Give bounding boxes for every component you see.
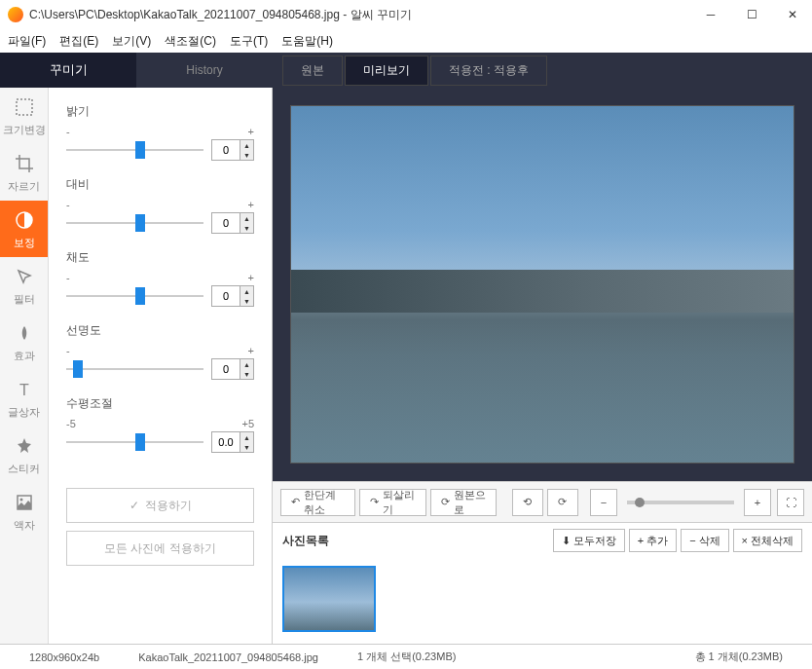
brightness-slider[interactable] (66, 141, 203, 159)
saturation-control: 채도 -+ ▲▼ (49, 245, 272, 311)
level-control: 수평조절 -5+5 ▲▼ (49, 391, 272, 457)
spinner-up-icon[interactable]: ▲ (240, 140, 253, 150)
apply-button[interactable]: ✓적용하기 (66, 488, 254, 523)
contrast-spinner[interactable]: ▲▼ (211, 212, 254, 234)
preview-toolbar: ↶한단계취소 ↷되살리기 ⟳원본으로 ⟲ ⟳ − + ⛶ (273, 481, 812, 522)
svg-text:T: T (19, 382, 29, 398)
level-spinner[interactable]: ▲▼ (211, 431, 254, 453)
fit-screen-button[interactable]: ⛶ (777, 489, 804, 516)
zoom-slider[interactable] (627, 501, 734, 504)
check-icon: ✓ (129, 499, 139, 512)
status-filename: KakaoTalk_20211007_094805468.jpg (119, 651, 338, 663)
menu-view[interactable]: 보기(V) (112, 33, 151, 50)
x-icon: × (742, 535, 748, 546)
tool-text[interactable]: T 글상자 (0, 370, 48, 427)
app-icon (8, 7, 23, 22)
status-selection: 1 개체 선택(0.23MB) (338, 650, 475, 664)
statusbar: 1280x960x24b KakaoTalk_20211007_09480546… (0, 644, 812, 669)
controls-panel: 밝기 -+ ▲▼ 대비 -+ ▲▼ 채도 -+ ▲▼ 선명도 -+ (49, 88, 273, 644)
remove-button[interactable]: −삭제 (681, 529, 728, 552)
tool-sticker[interactable]: 스티커 (0, 427, 48, 483)
thumbnail-item[interactable] (282, 566, 376, 632)
view-tab-before-after[interactable]: 적용전 : 적용후 (430, 56, 547, 86)
tab-history[interactable]: History (136, 53, 273, 88)
remove-all-button[interactable]: ×전체삭제 (733, 529, 802, 552)
image-viewer[interactable] (273, 88, 812, 481)
redo-icon: ↷ (370, 496, 379, 508)
tool-filter[interactable]: 필터 (0, 257, 48, 314)
apply-all-button[interactable]: 모든 사진에 적용하기 (66, 531, 254, 566)
menu-color[interactable]: 색조절(C) (165, 33, 216, 50)
frame-icon (13, 491, 36, 514)
sharpness-spinner[interactable]: ▲▼ (211, 358, 254, 380)
rotate-left-icon: ⟲ (523, 496, 532, 508)
menu-file[interactable]: 파일(F) (8, 33, 46, 50)
svg-rect-0 (17, 99, 32, 115)
redo-button[interactable]: ↷되살리기 (359, 489, 425, 516)
filmstrip (273, 558, 812, 644)
download-icon: ⬇ (562, 535, 571, 547)
tab-decorate[interactable]: 꾸미기 (0, 53, 136, 88)
close-button[interactable]: ✕ (781, 3, 804, 26)
brightness-control: 밝기 -+ ▲▼ (49, 99, 272, 165)
effect-icon (13, 321, 36, 345)
view-tab-preview[interactable]: 미리보기 (345, 56, 428, 86)
brightness-spinner[interactable]: ▲▼ (211, 139, 254, 161)
tool-adjust[interactable]: 보정 (0, 201, 48, 257)
undo-icon: ↶ (291, 496, 300, 508)
filter-icon (13, 265, 36, 288)
resize-icon (13, 95, 36, 119)
level-slider[interactable] (66, 433, 203, 451)
view-tab-original[interactable]: 원본 (282, 56, 343, 86)
filmstrip-header: 사진목록 ⬇모두저장 +추가 −삭제 ×전체삭제 (273, 522, 812, 558)
save-all-button[interactable]: ⬇모두저장 (553, 529, 625, 552)
rotate-left-button[interactable]: ⟲ (512, 489, 543, 516)
image-canvas (290, 105, 794, 464)
status-dimensions: 1280x960x24b (10, 651, 119, 663)
maximize-button[interactable]: ☐ (740, 3, 763, 26)
window-title: C:\Users\PC\Desktop\KakaoTalk_20211007_0… (29, 7, 699, 23)
add-button[interactable]: +추가 (629, 529, 677, 552)
tool-frame[interactable]: 액자 (0, 483, 48, 539)
saturation-slider[interactable] (66, 287, 203, 305)
refresh-icon: ⟳ (441, 496, 450, 508)
plus-icon: + (638, 535, 644, 546)
minus-icon: − (689, 535, 695, 546)
tabbar: 꾸미기 History 원본 미리보기 적용전 : 적용후 (0, 53, 812, 88)
spinner-down-icon[interactable]: ▼ (240, 150, 253, 160)
rotate-right-button[interactable]: ⟳ (547, 489, 578, 516)
tool-sidebar: 크기변경 자르기 보정 필터 효과 T 글상자 스티커 액자 (0, 88, 49, 644)
contrast-slider[interactable] (66, 214, 203, 232)
status-total: 총 1 개체(0.23MB) (676, 650, 802, 664)
sharpness-control: 선명도 -+ ▲▼ (49, 318, 272, 384)
zoom-in-button[interactable]: + (744, 489, 771, 516)
tool-resize[interactable]: 크기변경 (0, 88, 48, 144)
adjust-icon (13, 208, 36, 232)
saturation-spinner[interactable]: ▲▼ (211, 285, 254, 307)
svg-point-4 (19, 498, 22, 501)
rotate-right-icon: ⟳ (558, 496, 567, 508)
text-icon: T (13, 378, 36, 401)
tool-crop[interactable]: 자르기 (0, 144, 48, 201)
preview-area: ↶한단계취소 ↷되살리기 ⟳원본으로 ⟲ ⟳ − + ⛶ 사진목록 ⬇모두저장 … (273, 88, 812, 644)
sharpness-slider[interactable] (66, 360, 203, 378)
menu-help[interactable]: 도움말(H) (281, 33, 333, 50)
menubar: 파일(F) 편집(E) 보기(V) 색조절(C) 도구(T) 도움말(H) (0, 29, 812, 53)
zoom-out-button[interactable]: − (590, 489, 617, 516)
tool-effect[interactable]: 효과 (0, 314, 48, 370)
crop-icon (13, 152, 36, 175)
minimize-button[interactable]: ─ (699, 3, 722, 26)
undo-button[interactable]: ↶한단계취소 (280, 489, 355, 516)
contrast-control: 대비 -+ ▲▼ (49, 172, 272, 238)
fullscreen-icon: ⛶ (786, 497, 796, 508)
menu-tools[interactable]: 도구(T) (230, 33, 268, 50)
to-original-button[interactable]: ⟳원본으로 (430, 489, 497, 516)
menu-edit[interactable]: 편집(E) (59, 33, 98, 50)
sticker-icon (13, 434, 36, 458)
titlebar: C:\Users\PC\Desktop\KakaoTalk_20211007_0… (0, 0, 812, 29)
